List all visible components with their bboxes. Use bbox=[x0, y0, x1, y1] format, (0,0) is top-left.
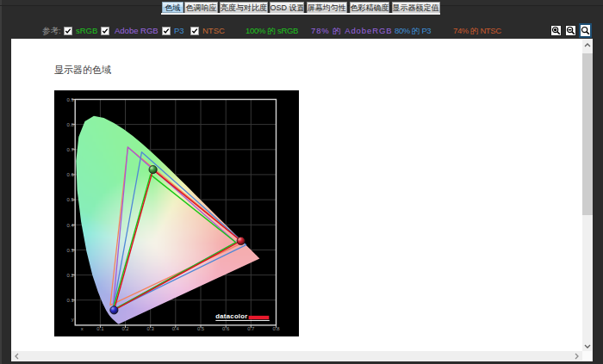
svg-text:datacolor: datacolor bbox=[215, 313, 247, 321]
svg-text:0.8: 0.8 bbox=[66, 122, 74, 127]
svg-text:0.7: 0.7 bbox=[66, 147, 73, 152]
svg-text:0.5: 0.5 bbox=[66, 198, 74, 203]
svg-text:0.7: 0.7 bbox=[247, 326, 254, 331]
svg-text:0.5: 0.5 bbox=[197, 326, 205, 331]
svg-text:0.2: 0.2 bbox=[121, 326, 128, 331]
svg-text:x: x bbox=[81, 326, 84, 331]
svg-text:0.3: 0.3 bbox=[66, 248, 74, 253]
svg-text:0.1: 0.1 bbox=[96, 326, 103, 331]
svg-text:0.3: 0.3 bbox=[147, 326, 155, 331]
svg-text:0.4: 0.4 bbox=[66, 223, 74, 228]
svg-text:y: y bbox=[71, 318, 74, 323]
svg-text:0.1: 0.1 bbox=[66, 298, 73, 303]
svg-text:0.6: 0.6 bbox=[66, 172, 74, 177]
svg-text:0.2: 0.2 bbox=[66, 273, 73, 278]
svg-text:0.4: 0.4 bbox=[172, 326, 180, 331]
svg-text:0.9: 0.9 bbox=[66, 97, 73, 102]
svg-text:0.6: 0.6 bbox=[222, 326, 230, 331]
svg-text:0.8: 0.8 bbox=[272, 326, 280, 331]
